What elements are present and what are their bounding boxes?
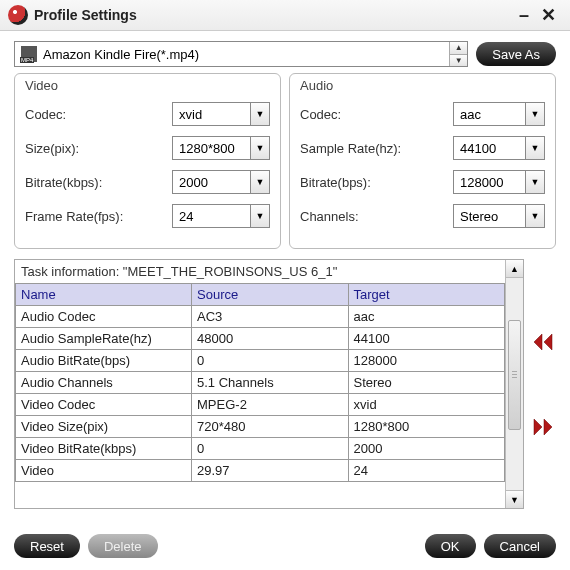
video-group: Video Codec:▼ Size(pix):▼ Bitrate(kbps):…	[14, 73, 281, 249]
table-cell: Audio Codec	[16, 306, 192, 328]
table-cell: 128000	[348, 350, 505, 372]
table-cell: Audio SampleRate(hz)	[16, 328, 192, 350]
minimize-button[interactable]: –	[513, 5, 535, 26]
video-codec-input[interactable]	[172, 102, 250, 126]
audio-rate-label: Sample Rate(hz):	[300, 141, 453, 156]
table-row[interactable]: Audio CodecAC3aac	[16, 306, 505, 328]
double-chevron-left-icon	[531, 332, 555, 352]
table-cell: Audio BitRate(bps)	[16, 350, 192, 372]
footer: Reset Delete OK Cancel	[0, 524, 570, 570]
cancel-button[interactable]: Cancel	[484, 534, 556, 558]
video-bitrate-input[interactable]	[172, 170, 250, 194]
col-name[interactable]: Name	[16, 284, 192, 306]
audio-codec-label: Codec:	[300, 107, 453, 122]
video-size-label: Size(pix):	[25, 141, 172, 156]
table-cell: AC3	[192, 306, 348, 328]
col-target[interactable]: Target	[348, 284, 505, 306]
video-legend: Video	[25, 78, 58, 93]
table-row[interactable]: Video Size(pix)720*4801280*800	[16, 416, 505, 438]
table-cell: 29.97	[192, 460, 348, 482]
table-cell: 0	[192, 438, 348, 460]
video-size-combo[interactable]: ▼	[172, 136, 270, 160]
table-cell: 44100	[348, 328, 505, 350]
video-fps-label: Frame Rate(fps):	[25, 209, 172, 224]
audio-rate-input[interactable]	[453, 136, 525, 160]
task-table: Name Source Target Audio CodecAC3aacAudi…	[15, 283, 505, 482]
table-cell: Audio Channels	[16, 372, 192, 394]
audio-bitrate-label: Bitrate(bps):	[300, 175, 453, 190]
table-cell: MPEG-2	[192, 394, 348, 416]
scroll-down-icon[interactable]: ▼	[506, 490, 523, 508]
save-as-button[interactable]: Save As	[476, 42, 556, 66]
chevron-down-icon[interactable]: ▼	[525, 102, 545, 126]
scroll-thumb[interactable]	[508, 320, 521, 430]
chevron-down-icon[interactable]: ▼	[250, 136, 270, 160]
audio-bitrate-combo[interactable]: ▼	[453, 170, 545, 194]
profile-spinner[interactable]: ▲▼	[449, 42, 467, 66]
audio-channels-label: Channels:	[300, 209, 453, 224]
task-info-box: Task information: "MEET_THE_ROBINSONS_US…	[14, 259, 524, 509]
scroll-up-icon[interactable]: ▲	[506, 260, 523, 278]
double-chevron-right-icon	[531, 417, 555, 437]
delete-button: Delete	[88, 534, 158, 558]
mp4-icon	[21, 46, 37, 62]
profile-select[interactable]: Amazon Kindle Fire(*.mp4) ▲▼	[14, 41, 468, 67]
chevron-down-icon[interactable]: ▼	[250, 204, 270, 228]
video-codec-combo[interactable]: ▼	[172, 102, 270, 126]
next-task-button[interactable]	[531, 417, 555, 437]
video-bitrate-label: Bitrate(kbps):	[25, 175, 172, 190]
table-cell: 5.1 Channels	[192, 372, 348, 394]
task-scrollbar[interactable]: ▲ ▼	[505, 260, 523, 508]
audio-legend: Audio	[300, 78, 333, 93]
audio-channels-combo[interactable]: ▼	[453, 204, 545, 228]
window-title: Profile Settings	[34, 7, 513, 23]
profile-select-value: Amazon Kindle Fire(*.mp4)	[43, 47, 449, 62]
audio-group: Audio Codec:▼ Sample Rate(hz):▼ Bitrate(…	[289, 73, 556, 249]
table-row[interactable]: Video CodecMPEG-2xvid	[16, 394, 505, 416]
table-cell: Video Codec	[16, 394, 192, 416]
table-cell: 24	[348, 460, 505, 482]
table-cell: 48000	[192, 328, 348, 350]
table-cell: 2000	[348, 438, 505, 460]
prev-task-button[interactable]	[531, 332, 555, 352]
table-cell: 720*480	[192, 416, 348, 438]
table-cell: 0	[192, 350, 348, 372]
close-button[interactable]: ✕	[535, 4, 562, 26]
audio-bitrate-input[interactable]	[453, 170, 525, 194]
video-fps-combo[interactable]: ▼	[172, 204, 270, 228]
video-codec-label: Codec:	[25, 107, 172, 122]
chevron-down-icon[interactable]: ▼	[525, 204, 545, 228]
chevron-down-icon[interactable]: ▼	[250, 170, 270, 194]
chevron-down-icon[interactable]: ▼	[525, 136, 545, 160]
table-cell: Stereo	[348, 372, 505, 394]
audio-codec-combo[interactable]: ▼	[453, 102, 545, 126]
ok-button[interactable]: OK	[425, 534, 476, 558]
app-icon	[8, 5, 28, 25]
task-info-title: Task information: "MEET_THE_ROBINSONS_US…	[15, 260, 505, 283]
table-cell: Video Size(pix)	[16, 416, 192, 438]
titlebar: Profile Settings – ✕	[0, 0, 570, 31]
table-cell: Video	[16, 460, 192, 482]
video-size-input[interactable]	[172, 136, 250, 160]
reset-button[interactable]: Reset	[14, 534, 80, 558]
table-row[interactable]: Video BitRate(kbps)02000	[16, 438, 505, 460]
table-cell: xvid	[348, 394, 505, 416]
table-row[interactable]: Audio SampleRate(hz)4800044100	[16, 328, 505, 350]
video-bitrate-combo[interactable]: ▼	[172, 170, 270, 194]
audio-channels-input[interactable]	[453, 204, 525, 228]
table-cell: Video BitRate(kbps)	[16, 438, 192, 460]
audio-codec-input[interactable]	[453, 102, 525, 126]
table-cell: 1280*800	[348, 416, 505, 438]
chevron-down-icon[interactable]: ▼	[250, 102, 270, 126]
video-fps-input[interactable]	[172, 204, 250, 228]
table-row[interactable]: Video29.9724	[16, 460, 505, 482]
table-row[interactable]: Audio Channels5.1 ChannelsStereo	[16, 372, 505, 394]
table-row[interactable]: Audio BitRate(bps)0128000	[16, 350, 505, 372]
col-source[interactable]: Source	[192, 284, 348, 306]
chevron-down-icon[interactable]: ▼	[525, 170, 545, 194]
table-cell: aac	[348, 306, 505, 328]
audio-rate-combo[interactable]: ▼	[453, 136, 545, 160]
